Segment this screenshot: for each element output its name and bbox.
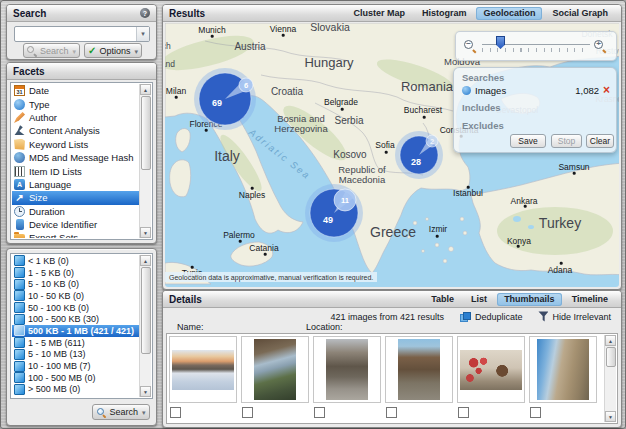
tab-cluster-map[interactable]: Cluster Map (346, 7, 412, 20)
facet-item-label: Type (29, 99, 50, 110)
facet-item-author[interactable]: Author (12, 111, 140, 124)
tab-list[interactable]: List (464, 293, 494, 306)
search-panel-header: Search (7, 5, 156, 22)
thumbnail-image[interactable] (326, 339, 368, 400)
size-search-button[interactable]: Search (92, 404, 150, 420)
thumbnail-image[interactable] (460, 350, 522, 390)
scroll-thumb[interactable] (606, 347, 616, 367)
facet-item-language[interactable]: Language (12, 178, 140, 191)
cluster-bubble[interactable]: 228 (395, 131, 443, 179)
zoom-in-icon[interactable] (594, 40, 606, 52)
author-icon (14, 112, 25, 123)
includes-label: Includes (462, 102, 501, 113)
scroll-down-button[interactable] (140, 227, 151, 238)
thumbnail-image[interactable] (254, 339, 296, 400)
size-scrollbar[interactable] (139, 255, 151, 397)
svg-text:6: 6 (244, 81, 248, 90)
clear-button[interactable]: Clear (586, 134, 614, 148)
stop-button[interactable]: Stop (551, 134, 582, 148)
facet-item-md5-and-message-hash[interactable]: MD5 and Message Hash (12, 151, 140, 164)
thumbnail-checkbox[interactable] (170, 407, 181, 418)
size-bucket-500-mb-0[interactable]: > 500 MB (0) (12, 384, 140, 396)
thumbnails-scrollbar[interactable] (604, 335, 616, 422)
green-check-icon (88, 46, 96, 56)
thumbnail-cell[interactable] (457, 336, 525, 403)
thumbnail-cell[interactable] (241, 336, 309, 403)
search-button[interactable]: Search (23, 43, 80, 58)
size-bucket-50-100-kb-0[interactable]: 50 - 100 KB (0) (12, 302, 140, 314)
facet-item-item-id-lists[interactable]: Item ID Lists (12, 164, 140, 177)
facet-item-keyword-lists[interactable]: Keyword Lists (12, 138, 140, 151)
size-bucket-1-kb-0[interactable]: < 1 KB (0) (12, 255, 140, 267)
content-analysis-icon (14, 125, 25, 136)
tab-social-graph[interactable]: Social Graph (545, 7, 615, 20)
thumbnail-image[interactable] (537, 339, 589, 400)
tab-thumbnails[interactable]: Thumbnails (497, 293, 562, 306)
thumbnail-image[interactable] (398, 339, 440, 400)
svg-text:2: 2 (430, 137, 434, 146)
scroll-down-button[interactable] (605, 411, 616, 422)
tab-histogram[interactable]: Histogram (415, 7, 474, 20)
thumbnail-checkbox[interactable] (530, 407, 541, 418)
facet-item-type[interactable]: Type (12, 97, 140, 110)
options-button[interactable]: Options (84, 43, 142, 58)
size-bucket-10-50-kb-0[interactable]: 10 - 50 KB (0) (12, 290, 140, 302)
search-input[interactable] (15, 27, 136, 41)
size-bucket-5-10-mb-13[interactable]: 5 - 10 MB (13) (12, 349, 140, 361)
size-bucket-icon (14, 302, 25, 313)
map-search-overlay: Searches Images 1,082 Includes Excludes … (453, 67, 617, 153)
facets-scrollbar[interactable] (139, 84, 151, 238)
remove-search-icon[interactable] (603, 85, 610, 95)
facet-item-export-sets[interactable]: Export Sets (12, 231, 140, 238)
size-bucket-100-500-kb-30[interactable]: 100 - 500 KB (30) (12, 313, 140, 325)
scroll-up-button[interactable] (605, 335, 616, 346)
thumbnail-cell[interactable] (529, 336, 597, 403)
combobox-dropdown-button[interactable] (136, 27, 149, 41)
scroll-up-button[interactable] (140, 84, 151, 95)
details-panel-title: Details (169, 294, 202, 305)
facet-item-device-identifier[interactable]: Device Identifier (12, 218, 140, 231)
scroll-up-button[interactable] (140, 255, 151, 266)
facet-item-duration[interactable]: Duration (12, 205, 140, 218)
size-bucket-5-10-kb-0[interactable]: 5 - 10 KB (0) (12, 278, 140, 290)
size-bucket-1-5-mb-611[interactable]: 1 - 5 MB (611) (12, 337, 140, 349)
thumbnail-cell[interactable] (385, 336, 453, 403)
facet-item-size[interactable]: Size (12, 191, 140, 204)
thumbnail-checkbox[interactable] (314, 407, 325, 418)
facet-item-content-analysis[interactable]: Content Analysis (12, 124, 140, 137)
tab-geolocation[interactable]: Geolocation (476, 7, 542, 20)
help-icon[interactable] (140, 8, 150, 18)
size-bucket-label: 100 - 500 MB (0) (28, 373, 96, 383)
thumbnail-item (385, 336, 453, 422)
hide-irrelevant-button[interactable]: Hide Irrelevant (538, 311, 611, 322)
save-button[interactable]: Save (510, 134, 546, 148)
tab-timeline[interactable]: Timeline (565, 293, 615, 306)
size-bucket-label: 1 - 5 MB (611) (28, 338, 85, 348)
deduplicate-button[interactable]: Deduplicate (460, 312, 523, 322)
zoom-out-icon[interactable] (464, 40, 476, 52)
cluster-bubble[interactable]: 1149 (305, 184, 363, 242)
type-icon (14, 99, 25, 110)
geolocation-map[interactable]: SlovakiaAustriaHungaryMoldovaRomaniaCroa… (165, 23, 619, 287)
cluster-bubble[interactable]: 669 (194, 68, 256, 130)
searches-label: Searches (462, 72, 504, 83)
facets-panel-header: Facets (7, 63, 156, 80)
scroll-thumb[interactable] (141, 96, 151, 170)
language-icon (14, 179, 25, 190)
thumbnail-checkbox[interactable] (386, 407, 397, 418)
facet-item-date[interactable]: Date (12, 84, 140, 97)
size-bucket-500-kb-1-mb-421-421[interactable]: 500 KB - 1 MB (421 / 421) (12, 325, 140, 337)
scroll-thumb[interactable] (141, 267, 151, 354)
facet-item-label: Language (29, 179, 71, 190)
thumbnail-checkbox[interactable] (458, 407, 469, 418)
size-bucket-100-500-mb-0[interactable]: 100 - 500 MB (0) (12, 372, 140, 384)
size-bucket-10-100-mb-7[interactable]: 10 - 100 MB (7) (12, 360, 140, 372)
scroll-down-button[interactable] (140, 386, 151, 397)
thumbnail-checkbox[interactable] (242, 407, 253, 418)
tab-table[interactable]: Table (424, 293, 461, 306)
size-bucket-1-5-kb-0[interactable]: 1 - 5 KB (0) (12, 267, 140, 279)
facet-item-label: Date (29, 85, 49, 96)
thumbnail-cell[interactable] (169, 336, 237, 403)
thumbnail-cell[interactable] (313, 336, 381, 403)
thumbnail-image[interactable] (172, 350, 234, 390)
